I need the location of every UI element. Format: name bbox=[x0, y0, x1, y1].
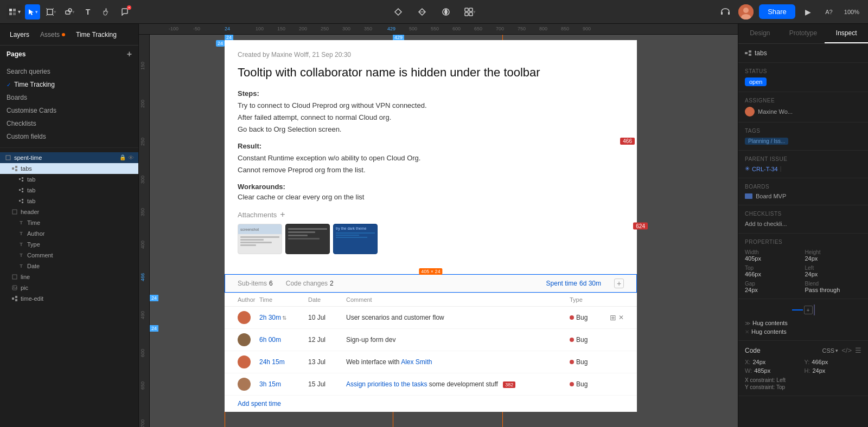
frame-icon bbox=[11, 208, 18, 216]
svg-rect-41 bbox=[12, 297, 14, 300]
layer-comment-text[interactable]: T Comment bbox=[0, 250, 138, 261]
text-tool-icon[interactable]: T bbox=[80, 4, 95, 20]
layout-line-bottom bbox=[814, 305, 815, 315]
attachment-1[interactable]: screenshot bbox=[238, 224, 282, 254]
grid-icon[interactable]: ▾ bbox=[462, 4, 477, 20]
app-logo-icon[interactable]: ▾ bbox=[7, 4, 22, 20]
row-date-1: 10 Jul bbox=[308, 314, 346, 321]
page-item-timetracking[interactable]: ✓ Time Tracking bbox=[0, 78, 138, 91]
svg-rect-0 bbox=[9, 9, 12, 11]
hug-close-icon[interactable]: ✕ bbox=[745, 329, 749, 335]
layer-time-text[interactable]: T Time bbox=[0, 217, 138, 228]
time-tracking-tab[interactable]: Time Tracking bbox=[73, 29, 120, 41]
svg-line-5 bbox=[46, 8, 47, 9]
row-time-1: 2h 30m ⇅ bbox=[259, 314, 308, 321]
code-menu-icon[interactable]: ☰ bbox=[855, 346, 861, 354]
coord-y: Y: 466px bbox=[805, 359, 862, 365]
code-changes-info: Code changes 2 bbox=[286, 280, 334, 287]
svg-rect-24 bbox=[6, 156, 10, 160]
layer-time-edit[interactable]: time-edit bbox=[0, 293, 138, 304]
attachment-3[interactable]: try the dark theme bbox=[333, 224, 378, 254]
font-size-button[interactable]: A? bbox=[821, 4, 837, 20]
layer-date-text[interactable]: T Date bbox=[0, 261, 138, 271]
canvas-area[interactable]: -100 -50 24 100 150 200 250 300 350 429 … bbox=[139, 24, 738, 427]
layer-header[interactable]: header bbox=[0, 206, 138, 217]
page-list: Search queries ✓ Time Tracking Boards Cu… bbox=[0, 63, 138, 145]
ruler-horizontal: -100 -50 24 100 150 200 250 300 350 429 … bbox=[139, 24, 738, 35]
add-spent-time-button[interactable]: + bbox=[614, 279, 624, 288]
row-date-3: 13 Jul bbox=[308, 358, 346, 366]
user-avatar[interactable] bbox=[738, 4, 754, 20]
row-comment-4: Assign priorities to the tasks some deve… bbox=[346, 380, 570, 388]
assignee-label: Assignee bbox=[745, 98, 861, 103]
row-avatar-3 bbox=[238, 355, 251, 368]
component-icon[interactable] bbox=[391, 4, 406, 20]
row-time-3: 24h 15m bbox=[259, 358, 308, 366]
canvas-viewport[interactable]: 24 429 24 24 Created by Maxine Wolff, 21… bbox=[150, 35, 738, 427]
layout-center-control[interactable]: + bbox=[804, 306, 813, 314]
row-avatar-1 bbox=[238, 311, 251, 324]
headphone-icon[interactable] bbox=[718, 4, 733, 20]
svg-rect-45 bbox=[749, 50, 751, 53]
code-copy-icon[interactable]: </> bbox=[841, 346, 852, 354]
assets-tab[interactable]: Assets bbox=[37, 29, 68, 41]
page-item-custom-fields[interactable]: Custom fields bbox=[0, 130, 138, 143]
hand-tool-icon[interactable] bbox=[99, 4, 114, 20]
add-spent-time-link[interactable]: Add spent time bbox=[225, 396, 637, 412]
top-value: 466px bbox=[745, 271, 802, 277]
text-icon: T bbox=[17, 219, 25, 227]
page-item-customise[interactable]: Customise Cards bbox=[0, 104, 138, 117]
tab-design[interactable]: Design bbox=[738, 24, 782, 43]
frame-tool-icon[interactable]: ▾ bbox=[43, 4, 59, 20]
layer-tabs[interactable]: tabs bbox=[0, 163, 138, 174]
layer-spent-time[interactable]: spent-time 🔒 👁 bbox=[0, 152, 138, 163]
row-type-2: Bug bbox=[570, 336, 624, 344]
css-dropdown[interactable]: CSS ▾ bbox=[822, 347, 839, 354]
row-add-1[interactable]: ⊞ bbox=[610, 313, 616, 322]
page-item-search[interactable]: Search queries bbox=[0, 65, 138, 78]
layout-indicator: + bbox=[792, 305, 815, 315]
shape-tool-icon[interactable]: ▾ bbox=[62, 4, 77, 20]
boards-label: Boards bbox=[745, 184, 861, 190]
add-page-button[interactable]: + bbox=[127, 50, 132, 59]
bug-meta: Created by Maxine Wolff, 21 Sep 20:30 bbox=[238, 51, 624, 59]
lock-icon: 🔒 bbox=[119, 154, 126, 161]
layers-tab[interactable]: Layers bbox=[7, 29, 33, 41]
theme-icon[interactable] bbox=[438, 4, 454, 20]
right-panel: Design Prototype Inspect tabs Status ope… bbox=[738, 24, 868, 427]
add-attachment-button[interactable]: + bbox=[280, 210, 285, 219]
select-tool-icon[interactable]: ▾ bbox=[25, 4, 40, 20]
page-item-label: Customise Cards bbox=[7, 107, 56, 114]
tag-chip: Planning / Iss... bbox=[745, 138, 788, 145]
hug-label-2: Hug contents bbox=[751, 328, 787, 335]
page-item-boards[interactable]: Boards bbox=[0, 91, 138, 104]
properties-section: Properties Width 405px Height 24px Top 4… bbox=[738, 234, 868, 299]
component2-icon[interactable] bbox=[414, 4, 430, 20]
share-button[interactable]: Share bbox=[759, 4, 795, 19]
layer-tab-2[interactable]: tab bbox=[0, 185, 138, 196]
row-close-1[interactable]: ✕ bbox=[618, 314, 624, 321]
properties-label: Properties bbox=[745, 239, 861, 245]
layer-tab-3[interactable]: tab bbox=[0, 196, 138, 206]
dropdown-arrow: ▾ bbox=[835, 348, 838, 353]
play-button[interactable]: ▶ bbox=[801, 4, 816, 20]
pages-title: Pages bbox=[7, 50, 25, 58]
layer-type-text[interactable]: T Type bbox=[0, 239, 138, 250]
component-icon bbox=[17, 186, 25, 194]
col-date: Date bbox=[308, 296, 346, 303]
layer-line[interactable]: line bbox=[0, 271, 138, 282]
parent-issue-value: CRL-T-34 bbox=[752, 166, 778, 172]
width-label: Width bbox=[745, 249, 802, 255]
svg-rect-30 bbox=[22, 180, 23, 182]
eye-icon[interactable]: 👁 bbox=[128, 154, 134, 161]
comment-tool-icon[interactable]: • bbox=[117, 4, 132, 20]
layer-author-text[interactable]: T Author bbox=[0, 228, 138, 239]
layer-pic[interactable]: pic bbox=[0, 282, 138, 293]
zoom-control[interactable]: 100% bbox=[842, 4, 861, 20]
tab-prototype[interactable]: Prototype bbox=[782, 24, 825, 43]
layer-tab-1[interactable]: tab bbox=[0, 174, 138, 185]
page-item-checklists[interactable]: Checklists bbox=[0, 117, 138, 130]
tab-inspect[interactable]: Inspect bbox=[825, 24, 868, 43]
attachment-2[interactable] bbox=[285, 224, 330, 254]
ruler-mark-v-490: 24 bbox=[150, 325, 158, 332]
